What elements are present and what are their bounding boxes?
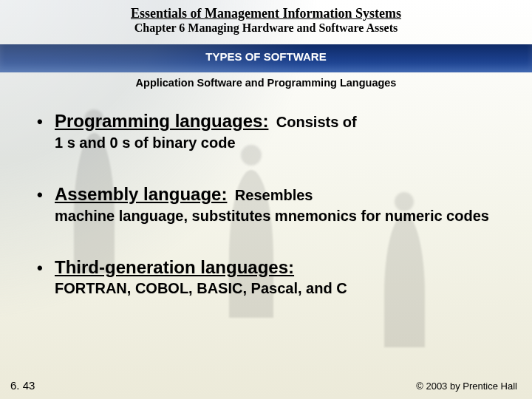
bullet-list: • Programming languages: Consists of 1 s… <box>37 111 495 330</box>
chapter-title: Chapter 6 Managing Hardware and Software… <box>0 21 532 35</box>
bullet-term: Programming languages: <box>55 111 268 131</box>
slide-content: Essentials of Management Information Sys… <box>0 0 532 399</box>
list-item: • Third-generation languages: FORTRAN, C… <box>37 257 495 298</box>
bullet-desc-inline: Consists of <box>276 114 357 130</box>
list-item: • Assembly language: Resembles machine l… <box>37 184 495 225</box>
section-title: TYPES OF SOFTWARE <box>0 50 532 63</box>
bullet-term: Assembly language: <box>55 184 227 204</box>
bullet-desc: FORTRAN, COBOL, BASIC, Pascal, and C <box>55 279 495 297</box>
bullet-dot-icon: • <box>37 187 55 203</box>
list-item: • Programming languages: Consists of 1 s… <box>37 111 495 151</box>
copyright-text: © 2003 by Prentice Hall <box>416 381 517 392</box>
bullet-term: Third-generation languages: <box>55 257 294 277</box>
bullet-desc-inline: Resembles <box>235 187 313 203</box>
bullet-dot-icon: • <box>37 114 55 130</box>
bullet-desc: machine language, substitutes mnemonics … <box>55 207 495 225</box>
book-title: Essentials of Management Information Sys… <box>0 0 532 21</box>
subsection-title: Application Software and Programming Lan… <box>0 77 532 89</box>
bullet-desc: 1 s and 0 s of binary code <box>55 134 495 151</box>
slide-number: 6. 43 <box>10 379 35 392</box>
bullet-dot-icon: • <box>37 260 55 276</box>
slide: Essentials of Management Information Sys… <box>0 0 532 399</box>
